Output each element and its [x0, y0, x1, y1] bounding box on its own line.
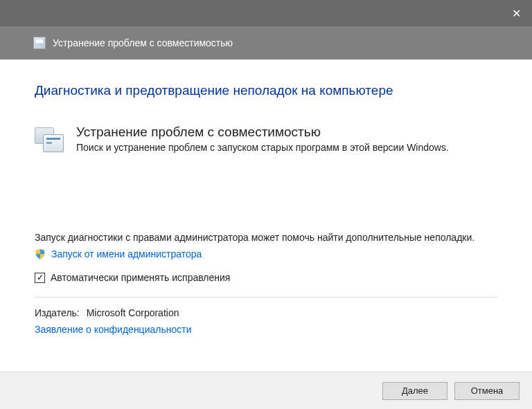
- dialog-header: Устранение проблем с совместимостью: [0, 26, 532, 60]
- publisher-row: Издатель: Microsoft Corporation: [35, 307, 497, 318]
- auto-apply-label: Автоматически применять исправления: [51, 272, 230, 283]
- close-icon: ✕: [512, 7, 521, 20]
- auto-apply-checkbox[interactable]: ✓: [35, 273, 45, 283]
- checkmark-icon: ✓: [37, 273, 44, 282]
- main-heading: Диагностика и предотвращение неполадок н…: [35, 83, 497, 98]
- close-button[interactable]: ✕: [500, 0, 532, 26]
- cancel-button[interactable]: Отмена: [454, 382, 520, 400]
- publisher-value: Microsoft Corporation: [87, 307, 179, 318]
- run-as-admin-row: Запуск от имени администратора: [35, 248, 497, 260]
- troubleshooter-section: Устранение проблем с совместимостью Поис…: [35, 125, 497, 155]
- dialog-header-title: Устранение проблем с совместимостью: [53, 37, 233, 48]
- next-button[interactable]: Далее: [382, 382, 447, 400]
- compatibility-troubleshooter-icon: [33, 37, 46, 49]
- troubleshooter-text: Устранение проблем с совместимостью Поис…: [76, 125, 497, 155]
- dialog-footer: Далее Отмена: [0, 372, 532, 409]
- run-as-admin-link[interactable]: Запуск от имени администратора: [51, 248, 202, 260]
- privacy-statement-link[interactable]: Заявление о конфиденциальности: [35, 324, 497, 335]
- divider: [35, 297, 497, 298]
- publisher-label: Издатель:: [35, 307, 80, 318]
- troubleshooter-description: Поиск и устранение проблем с запуском ст…: [76, 141, 497, 155]
- dialog-content: Диагностика и предотвращение неполадок н…: [0, 60, 532, 335]
- troubleshooter-large-icon: [35, 127, 64, 152]
- admin-hint-text: Запуск диагностики с правами администрат…: [35, 231, 497, 245]
- troubleshooter-title: Устранение проблем с совместимостью: [76, 125, 497, 140]
- uac-shield-icon: [35, 248, 46, 260]
- auto-apply-row: ✓ Автоматически применять исправления: [35, 272, 497, 283]
- titlebar: ✕: [0, 0, 532, 26]
